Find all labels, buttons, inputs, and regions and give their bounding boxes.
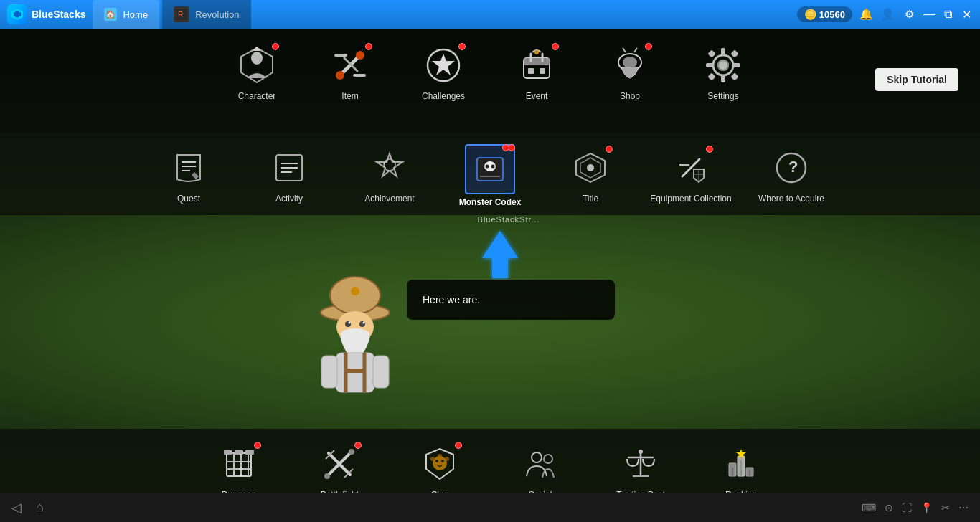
username-overlay: BlueStackStr... [478, 215, 540, 224]
svg-marker-43 [377, 153, 402, 176]
menu-item-settings[interactable]: Settings [677, 36, 770, 107]
svg-rect-72 [344, 369, 366, 373]
menu-item-activity[interactable]: Activity [239, 138, 339, 209]
svg-line-23 [623, 48, 626, 52]
svg-point-44 [384, 159, 395, 171]
achievement-label: Achievement [364, 194, 414, 204]
svg-point-102 [639, 450, 643, 454]
settings-label: Settings [707, 91, 738, 101]
dialog-box: Here we are. [407, 280, 615, 320]
svg-marker-60 [482, 231, 518, 278]
menu-item-challenges[interactable]: Challenges [397, 36, 490, 107]
tab-game[interactable]: R Revolution [162, 0, 250, 29]
back-button[interactable]: ◁ [11, 500, 22, 516]
menu-item-shop[interactable]: Shop [583, 36, 677, 107]
home-button[interactable]: ⌂ [36, 500, 44, 516]
bluestacks-icon [7, 4, 27, 24]
svg-rect-84 [245, 450, 254, 455]
svg-point-94 [438, 454, 442, 458]
event-notification-dot [552, 43, 559, 50]
svg-rect-18 [528, 68, 534, 74]
svg-point-66 [349, 322, 351, 324]
profile-icon[interactable]: 👤 [880, 6, 895, 22]
dungeon-notification-dot [254, 442, 261, 449]
svg-rect-15 [524, 58, 550, 65]
svg-point-90 [349, 449, 354, 455]
trading-post-icon [623, 446, 659, 482]
title-notification-dot [606, 146, 613, 153]
social-icon [522, 446, 558, 482]
close-button[interactable]: ✕ [960, 8, 973, 21]
fullscreen-icon[interactable]: ⛶ [902, 502, 912, 513]
svg-rect-31 [733, 63, 740, 67]
svg-line-24 [634, 48, 637, 52]
tab-home[interactable]: 🏠 Home [93, 0, 159, 29]
skip-tutorial-button[interactable]: Skip Tutorial [875, 68, 958, 91]
scissors-icon[interactable]: ✂ [941, 502, 950, 513]
svg-line-54 [682, 159, 699, 176]
maximize-button[interactable]: ⧉ [941, 8, 954, 21]
svg-point-97 [532, 452, 542, 462]
npc-sprite [308, 275, 402, 401]
svg-point-95 [445, 457, 449, 461]
ranking-icon-wrap [718, 440, 765, 487]
minimize-button[interactable]: — [923, 8, 936, 21]
svg-point-67 [363, 322, 365, 324]
event-icon [517, 45, 557, 85]
activity-icon-wrap [266, 144, 313, 191]
item-icon-wrap [327, 42, 374, 88]
shop-icon-wrap [607, 42, 654, 88]
shop-icon [610, 45, 650, 85]
svg-rect-33 [730, 49, 738, 57]
challenges-icon [423, 45, 463, 85]
dungeon-icon-wrap [216, 440, 263, 487]
svg-text:R: R [178, 11, 183, 19]
menu-item-equipment-collection[interactable]: Equipment Collection [641, 138, 741, 209]
svg-point-22 [623, 57, 637, 68]
mouse-icon[interactable]: ⊙ [885, 502, 893, 513]
item-label: Item [341, 91, 358, 101]
menu-item-quest[interactable]: Quest [138, 138, 239, 209]
clan-icon [422, 446, 458, 482]
achievement-icon [372, 151, 407, 185]
settings-icon[interactable]: ⚙ [901, 6, 917, 22]
menu-item-where-to-acquire[interactable]: ? Where to Acquire [741, 138, 842, 209]
location-icon[interactable]: 📍 [920, 502, 933, 513]
character-icon [237, 45, 277, 85]
settings-icon [703, 45, 743, 85]
svg-point-9 [356, 51, 364, 60]
menu-item-title[interactable]: Title [540, 138, 641, 209]
character-icon-wrap [234, 42, 281, 88]
menu-item-item[interactable]: Item [303, 36, 397, 107]
challenges-notification-dot [458, 43, 466, 50]
more-icon[interactable]: ⋯ [958, 502, 969, 513]
top-menu: Character Item [0, 29, 980, 133]
titlebar-right: 🪙 10560 🔔 👤 ⚙ — ⧉ ✕ [797, 6, 980, 22]
menu-item-monster-codex[interactable]: Monster Codex [440, 138, 540, 213]
quest-label: Quest [177, 194, 200, 204]
menu-item-achievement[interactable]: Achievement [339, 138, 440, 209]
title-icon-wrap [567, 144, 614, 191]
taskbar-right: ⌨ ⊙ ⛶ 📍 ✂ ⋯ [862, 502, 969, 513]
clan-notification-dot [455, 442, 462, 449]
svg-point-20 [534, 50, 539, 54]
keyboard-icon[interactable]: ⌨ [862, 502, 876, 513]
equipment-notification-dot [706, 146, 713, 153]
svg-point-47 [486, 165, 489, 169]
menu-item-event[interactable]: Event [490, 36, 583, 107]
svg-rect-76 [227, 453, 251, 476]
achievement-icon-wrap [367, 144, 413, 191]
svg-rect-30 [706, 63, 713, 67]
svg-rect-29 [721, 75, 725, 82]
notification-icon[interactable]: 🔔 [858, 6, 874, 22]
svg-point-53 [587, 164, 594, 171]
tab-game-label: Revolution [195, 9, 239, 20]
svg-rect-82 [224, 450, 232, 455]
svg-rect-32 [707, 49, 715, 57]
svg-rect-73 [321, 356, 337, 388]
svg-rect-83 [235, 450, 243, 455]
item-notification-dot [365, 43, 372, 50]
menu-item-character[interactable]: Character [210, 36, 303, 107]
titlebar: BlueStacks 🏠 Home R Revolution 🪙 10560 🔔… [0, 0, 980, 29]
battlefield-icon-wrap [316, 440, 363, 487]
